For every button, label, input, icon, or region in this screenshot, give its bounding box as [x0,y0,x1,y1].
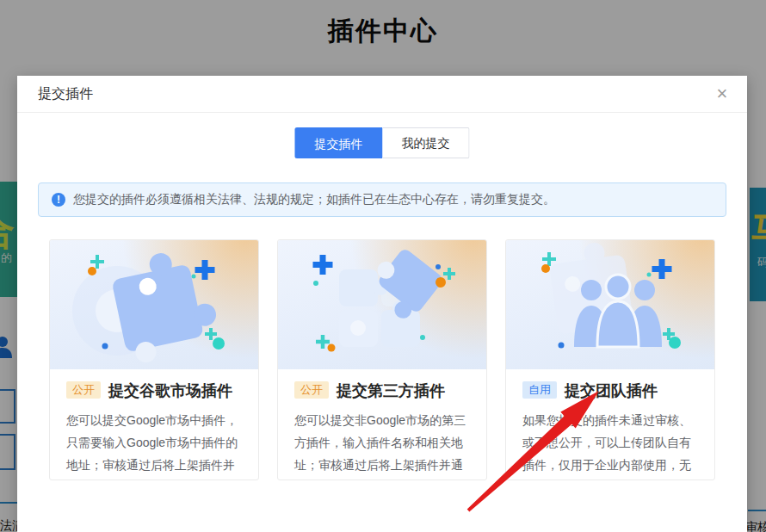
submit-plugin-dialog: 提交插件 × 提交插件 我的提交 ! 您提交的插件必须遵循相关法律、法规的规定；… [17,76,747,532]
visibility-badge: 公开 [294,381,329,399]
team-people-illustration [506,240,714,369]
dot-icon [436,264,441,269]
card-title: 提交谷歌市场插件 [108,380,232,401]
card-title: 提交团队插件 [565,380,658,401]
card-body: 公开提交谷歌市场插件 您可以提交Google市场中插件，只需要输入Google市… [50,369,258,480]
info-alert: ! 您提交的插件必须遵循相关法律、法规的规定；如插件已在生态中心存在，请勿重复提… [38,182,726,217]
close-icon[interactable]: × [711,83,733,105]
card-title: 提交第三方插件 [337,380,445,401]
plus-icon [313,255,333,275]
card-third-party-plugin[interactable]: 公开提交第三方插件 您可以提交非Google市场的第三方插件，输入插件名称和相关… [277,239,487,480]
puzzle-grid-illustration [278,240,486,369]
dot-icon [420,335,425,340]
plus-icon [195,260,215,280]
plus-icon [316,335,330,349]
card-description: 您可以提交Google市场中插件，只需要输入Google市场中插件的地址；审核通… [66,409,242,480]
card-team-plugin[interactable]: 自用提交团队插件 如果您提交的插件未通过审核、或不想公开，可以上传团队自有插件，… [505,239,715,480]
plus-icon [443,268,455,280]
dot-icon [213,337,225,350]
dialog-title: 提交插件 [38,76,93,112]
info-alert-text: 您提交的插件必须遵循相关法律、法规的规定；如插件已在生态中心存在，请勿重复提交。 [73,192,555,207]
dot-icon [88,267,96,275]
dot-icon [328,344,336,352]
plus-icon [542,252,556,266]
dot-icon [192,275,196,279]
tab-submit-plugin[interactable]: 提交插件 [295,127,383,158]
puzzle-piece-illustration [50,240,258,369]
plus-icon [652,259,672,279]
dot-icon [436,277,446,288]
dot-icon [102,343,108,350]
tab-group: 提交插件 我的提交 [295,127,470,158]
plus-icon [205,328,217,340]
tab-my-submissions[interactable]: 我的提交 [383,127,470,158]
card-row: 公开提交谷歌市场插件 您可以提交Google市场中插件，只需要输入Google市… [49,239,715,480]
card-google-market-plugin[interactable]: 公开提交谷歌市场插件 您可以提交Google市场中插件，只需要输入Google市… [49,239,259,480]
team-people-shape [574,275,662,347]
dot-icon [647,273,652,277]
card-description: 如果您提交的插件未通过审核、或不想公开，可以上传团队自有插件，仅用于企业内部使用… [522,409,698,480]
card-body: 公开提交第三方插件 您可以提交非Google市场的第三方插件，输入插件名称和相关… [278,369,486,480]
card-body: 自用提交团队插件 如果您提交的插件未通过审核、或不想公开，可以上传团队自有插件，… [506,369,714,480]
plus-icon [90,255,104,269]
info-icon: ! [52,193,65,207]
visibility-badge: 自用 [522,381,557,399]
dot-icon [313,281,318,286]
dot-icon [669,337,681,349]
dialog-header: 提交插件 × [17,76,747,113]
card-description: 您可以提交非Google市场的第三方插件，输入插件名称和相关地址；审核通过后将上… [294,409,470,480]
dot-icon [541,264,550,273]
dot-icon [559,343,565,349]
visibility-badge: 公开 [66,381,101,399]
